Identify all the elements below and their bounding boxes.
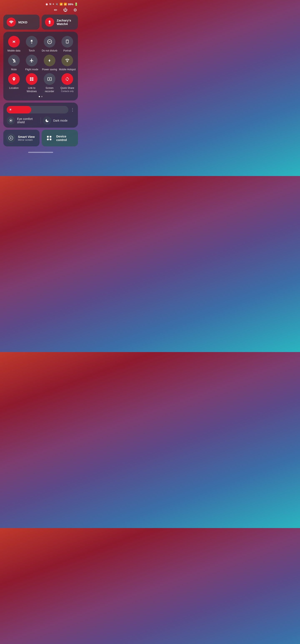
- bluetooth-icon: [47, 20, 52, 24]
- quick-item-dnd[interactable]: Do not disturb: [41, 36, 58, 52]
- brightness-sun-icon: ☀: [9, 108, 12, 112]
- svg-point-3: [67, 42, 67, 43]
- quick-item-torch[interactable]: Torch: [23, 36, 40, 52]
- status-bar: ⏰ N ✦ 🔇 📶 📶 99% 🔋: [0, 0, 81, 7]
- power-saving-icon: [44, 55, 55, 66]
- wifi-label: MZKD: [18, 20, 27, 24]
- dark-mode-label: Dark mode: [53, 119, 67, 122]
- comfort-row: Eye comfort shield Dark mode: [7, 116, 75, 125]
- signal-icon: 📶: [64, 3, 67, 6]
- location-label: Location: [9, 86, 18, 90]
- quick-share-label: Quick Share: [60, 86, 74, 90]
- battery-icon: 🔋: [74, 2, 78, 6]
- quick-share-sublabel: Contacts only: [61, 90, 74, 92]
- brightness-fill: ☀: [7, 106, 31, 114]
- bluetooth-icon-circle: [45, 18, 54, 27]
- brightness-panel: ☀ ⋮ Eye comfort shield Dark mode: [3, 102, 78, 128]
- link-windows-icon: [26, 73, 37, 85]
- eye-comfort-icon: [7, 116, 15, 125]
- link-windows-label: Link to Windows: [23, 86, 40, 93]
- dot-2: [41, 96, 42, 97]
- dnd-label: Do not disturb: [42, 49, 57, 52]
- svg-point-6: [67, 62, 68, 62]
- device-control-icon: [44, 134, 54, 143]
- brightness-menu-button[interactable]: ⋮: [70, 107, 75, 112]
- mute-status-icon: 🔇: [55, 3, 58, 6]
- top-controls: ✏ ⏻ ⚙: [0, 7, 81, 14]
- dot-1: [39, 96, 40, 97]
- smart-view-icon: [6, 134, 15, 143]
- eye-comfort-label: Eye comfort shield: [17, 117, 38, 124]
- screen-recorder-label: Screen recorder: [41, 86, 58, 93]
- smart-view-subtitle: Mirror screen: [18, 138, 35, 142]
- svg-point-13: [10, 120, 12, 122]
- smart-view-title: Smart View: [18, 135, 35, 138]
- hotspot-label: Mobile Hotspot: [59, 68, 76, 71]
- wifi-icon-circle: [7, 18, 16, 27]
- device-control-title: Device control: [56, 134, 75, 142]
- smart-view-text: Smart View Mirror screen: [18, 135, 35, 142]
- mute-label: Mute: [11, 68, 17, 71]
- quick-item-screen-recorder[interactable]: Screen recorder: [41, 73, 58, 93]
- home-indicator: [0, 148, 81, 154]
- quick-item-portrait[interactable]: Portrait: [59, 36, 76, 52]
- brightness-row: ☀ ⋮: [7, 106, 75, 114]
- quick-item-quick-share[interactable]: Quick Share Contacts only: [59, 73, 76, 93]
- torch-icon: [26, 36, 37, 48]
- battery-text: 99%: [68, 3, 73, 6]
- smart-view-card[interactable]: Smart View Mirror screen: [3, 130, 39, 146]
- bluetooth-label: Zachary's Watch4: [57, 18, 75, 26]
- svg-point-12: [49, 78, 50, 80]
- brightness-track[interactable]: ☀: [7, 106, 68, 114]
- eye-comfort-item[interactable]: Eye comfort shield: [7, 116, 38, 125]
- alarm-icon: ⏰: [45, 3, 48, 6]
- quick-item-mobile-data[interactable]: Mobile data: [5, 36, 22, 52]
- svg-marker-15: [10, 137, 12, 139]
- page-indicators: [5, 96, 76, 97]
- quick-share-icon: [61, 73, 73, 85]
- svg-rect-19: [49, 139, 51, 140]
- nfc-icon: N: [49, 3, 51, 6]
- flight-label: Flight mode: [25, 68, 38, 71]
- quick-item-hotspot[interactable]: Mobile Hotspot: [59, 55, 76, 71]
- hotspot-icon: [61, 55, 73, 66]
- quick-item-power-saving[interactable]: Power saving: [41, 55, 58, 71]
- bluetooth-status-icon: ✦: [52, 3, 54, 6]
- device-control-text: Device control: [56, 134, 75, 142]
- flight-icon: [26, 55, 37, 66]
- mobile-data-icon: [8, 36, 20, 48]
- dark-mode-icon: [43, 116, 51, 125]
- quick-item-mute[interactable]: Mute: [5, 55, 22, 71]
- svg-rect-18: [47, 139, 49, 140]
- quick-item-location[interactable]: Location: [5, 73, 22, 93]
- quick-grid: Mobile data Torch Do not disturb Portrai…: [5, 36, 76, 93]
- svg-rect-7: [30, 77, 31, 79]
- bluetooth-card[interactable]: Zachary's Watch4: [42, 14, 78, 30]
- svg-rect-16: [47, 136, 49, 138]
- svg-rect-9: [30, 79, 31, 81]
- mobile-data-label: Mobile data: [7, 49, 20, 52]
- portrait-label: Portrait: [63, 49, 71, 52]
- bottom-row: Smart View Mirror screen Device control: [0, 130, 81, 148]
- home-bar: [28, 152, 53, 153]
- power-saving-label: Power saving: [42, 68, 57, 71]
- portrait-icon: [61, 36, 73, 48]
- connected-row: MZKD Zachary's Watch4: [0, 14, 81, 32]
- quick-item-flight[interactable]: Flight mode: [23, 55, 40, 71]
- location-icon: [8, 73, 20, 85]
- screen-recorder-icon: [44, 73, 55, 85]
- power-button[interactable]: ⏻: [63, 8, 67, 12]
- dnd-icon: [44, 36, 55, 48]
- dark-mode-item[interactable]: Dark mode: [43, 116, 75, 125]
- wifi-status-icon: 📶: [60, 3, 63, 6]
- wifi-card[interactable]: MZKD: [3, 14, 39, 30]
- mute-icon: [8, 55, 20, 66]
- svg-rect-10: [32, 79, 33, 81]
- quick-item-link-windows[interactable]: Link to Windows: [23, 73, 40, 93]
- settings-button[interactable]: ⚙: [73, 8, 77, 12]
- svg-rect-8: [32, 77, 33, 79]
- edit-button[interactable]: ✏: [54, 8, 57, 12]
- svg-rect-17: [49, 136, 51, 138]
- wifi-icon: [9, 20, 14, 24]
- device-control-card[interactable]: Device control: [42, 130, 78, 146]
